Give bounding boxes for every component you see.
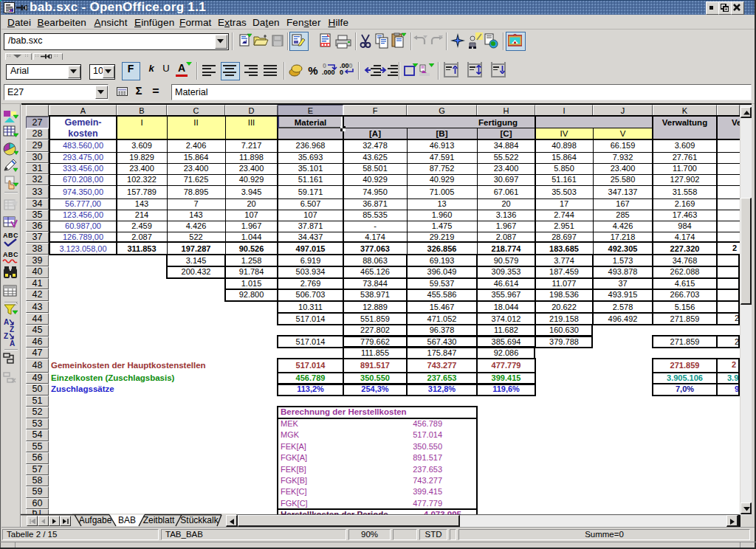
svg-text:BAB: BAB	[118, 515, 136, 525]
svg-text:Stückkalk: Stückkalk	[180, 515, 219, 525]
svg-text:Aufgabe: Aufgabe	[79, 515, 112, 525]
svg-text:Zeitblatt: Zeitblatt	[143, 515, 175, 525]
